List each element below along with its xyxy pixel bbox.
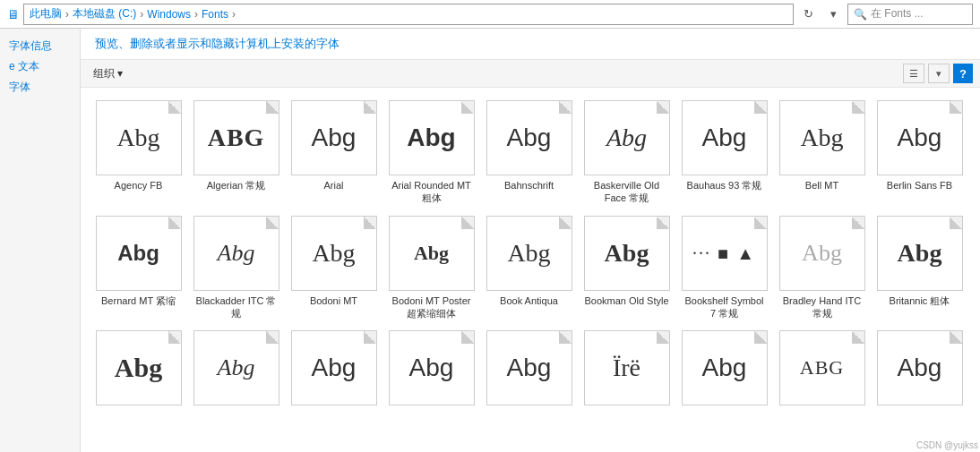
font-name-label: Arial — [323, 179, 343, 192]
font-name-label: Bodoni MT Poster 超紧缩细体 — [388, 294, 475, 320]
font-preview-icon: ··· ■ ▲ — [682, 216, 768, 291]
font-preview-text: Abg — [800, 125, 843, 150]
font-preview-icon: Abg — [291, 216, 377, 291]
font-preview-text: Abg — [218, 356, 255, 380]
organize-button[interactable]: 组织 ▾ — [88, 64, 128, 83]
search-box[interactable]: 🔍 在 Fonts ... — [847, 4, 973, 25]
font-item[interactable]: AbgBodoni MT Poster 超紧缩细体 — [384, 212, 478, 324]
font-preview-text: Ïrë — [613, 355, 640, 380]
path-fonts[interactable]: Fonts — [202, 8, 228, 21]
address-path[interactable]: 此电脑 › 本地磁盘 (C:) › Windows › Fonts › — [23, 4, 794, 25]
font-item[interactable]: AbgBookman Old Style — [580, 212, 674, 324]
font-item[interactable]: AbgBell MT — [775, 97, 869, 209]
font-item[interactable]: AbgArial Rounded MT 粗体 — [384, 97, 478, 209]
font-item[interactable]: AbgBook Antiqua — [482, 212, 576, 324]
font-preview-text: Abg — [414, 243, 449, 263]
content-area: 预览、删除或者显示和隐藏计算机上安装的字体 组织 ▾ ☰ ▾ ? AbgAgen… — [81, 29, 980, 452]
font-item[interactable]: Ïrë — [580, 327, 674, 413]
path-windows[interactable]: Windows — [147, 8, 191, 21]
font-preview-text: Abg — [898, 125, 942, 150]
refresh-button[interactable]: ↻ — [797, 4, 819, 25]
font-item[interactable]: AbgAgency FB — [91, 97, 185, 209]
font-preview-text: Abg — [898, 241, 942, 266]
font-item[interactable]: AbgBlackadder ITC 常规 — [189, 212, 283, 324]
sidebar-item-etext[interactable]: e 文本 — [4, 56, 76, 77]
sidebar: 字体信息 e 文本 字体 — [0, 29, 81, 452]
top-bar: 预览、删除或者显示和隐藏计算机上安装的字体 — [81, 29, 980, 60]
font-preview-icon: Abg — [486, 216, 572, 291]
font-preview-text: Abg — [312, 241, 355, 266]
font-name-label: Britannic 粗体 — [890, 294, 950, 307]
sidebar-item-font[interactable]: 字体 — [4, 77, 76, 98]
font-preview-icon: Abg — [193, 330, 279, 405]
font-grid: AbgAgency FBABGAlgerian 常规AbgArialAbgAri… — [81, 88, 980, 452]
font-preview-text: Abg — [606, 125, 647, 150]
history-button[interactable]: ▾ — [822, 4, 844, 25]
font-preview-text: Abg — [312, 355, 357, 380]
font-item[interactable]: Abg — [91, 327, 185, 413]
font-item[interactable]: AbgBradley Hand ITC 常规 — [775, 212, 869, 324]
font-item[interactable]: AbgBodoni MT — [287, 212, 381, 324]
path-drive[interactable]: 本地磁盘 (C:) — [73, 6, 136, 21]
manage-fonts-link[interactable]: 预览、删除或者显示和隐藏计算机上安装的字体 — [95, 37, 340, 50]
font-preview-icon: Abg — [682, 100, 768, 175]
font-preview-icon: Abg — [877, 100, 963, 175]
font-item[interactable]: Abg — [677, 327, 771, 413]
font-name-label: Bodoni MT — [310, 294, 357, 307]
font-preview-text: Abg — [116, 125, 159, 150]
font-name-label: Bookman Old Style — [584, 294, 668, 307]
toolbar-right: ☰ ▾ ? — [903, 64, 973, 83]
font-item[interactable]: Abg — [873, 327, 967, 413]
organize-chevron-icon: ▾ — [117, 67, 123, 80]
font-item[interactable]: ABGAlgerian 常规 — [189, 97, 283, 209]
font-preview-icon: Abg — [779, 100, 865, 175]
address-bar: 🖥 此电脑 › 本地磁盘 (C:) › Windows › Fonts › ↻ … — [0, 0, 980, 29]
font-preview-text: Abg — [409, 355, 454, 380]
font-preview-text: Abg — [507, 125, 552, 150]
view-dropdown-button[interactable]: ▾ — [928, 64, 950, 83]
search-placeholder: 在 Fonts ... — [871, 6, 924, 21]
font-item[interactable]: ABG — [775, 327, 869, 413]
font-name-label: Bell MT — [805, 179, 838, 192]
font-item[interactable]: AbgArial — [287, 97, 381, 209]
font-preview-text: Abg — [115, 354, 162, 381]
font-name-label: Arial Rounded MT 粗体 — [388, 179, 475, 205]
font-preview-icon: Abg — [584, 100, 670, 175]
font-name-label: Book Antiqua — [500, 294, 558, 307]
path-pc[interactable]: 此电脑 — [30, 6, 62, 21]
font-preview-icon: Abg — [96, 330, 182, 405]
sidebar-item-fontinfo[interactable]: 字体信息 — [4, 36, 76, 56]
font-item[interactable]: AbgBauhaus 93 常规 — [677, 97, 771, 209]
font-preview-icon: Abg — [584, 216, 670, 291]
help-button[interactable]: ? — [953, 64, 973, 83]
font-item[interactable]: AbgBritannic 粗体 — [873, 212, 967, 324]
font-name-label: Algerian 常规 — [207, 179, 265, 192]
font-preview-icon: Abg — [96, 216, 182, 291]
font-preview-icon: Abg — [96, 100, 182, 175]
font-item[interactable]: Abg — [482, 327, 576, 413]
font-item[interactable]: ··· ■ ▲Bookshelf Symbol 7 常规 — [677, 212, 771, 324]
font-name-label: Agency FB — [115, 179, 163, 192]
font-item[interactable]: Abg — [384, 327, 478, 413]
font-preview-text: Abg — [702, 125, 747, 150]
toolbar: 组织 ▾ ☰ ▾ ? — [81, 60, 980, 88]
font-item[interactable]: AbgBaskerville Old Face 常规 — [580, 97, 674, 209]
font-preview-icon: Abg — [877, 216, 963, 291]
font-preview-icon: Abg — [389, 216, 475, 291]
view-toggle-button[interactable]: ☰ — [903, 64, 924, 83]
font-preview-text: Abg — [605, 241, 649, 266]
font-preview-icon: Abg — [877, 330, 963, 405]
font-item[interactable]: AbgBernard MT 紧缩 — [91, 212, 185, 324]
font-item[interactable]: AbgBerlin Sans FB — [873, 97, 967, 209]
font-item[interactable]: AbgBahnschrift — [482, 97, 576, 209]
font-item[interactable]: Abg — [287, 327, 381, 413]
toolbar-left: 组织 ▾ — [88, 64, 128, 83]
font-preview-icon: ABG — [779, 330, 865, 405]
font-preview-icon: Abg — [682, 330, 768, 405]
main-layout: 字体信息 e 文本 字体 预览、删除或者显示和隐藏计算机上安装的字体 组织 ▾ … — [0, 29, 980, 452]
font-preview-text: ABG — [208, 125, 265, 150]
address-actions: ↻ ▾ — [797, 4, 844, 25]
font-preview-text: Abg — [507, 355, 552, 380]
font-item[interactable]: Abg — [189, 327, 283, 413]
font-preview-text: Abg — [898, 355, 942, 380]
